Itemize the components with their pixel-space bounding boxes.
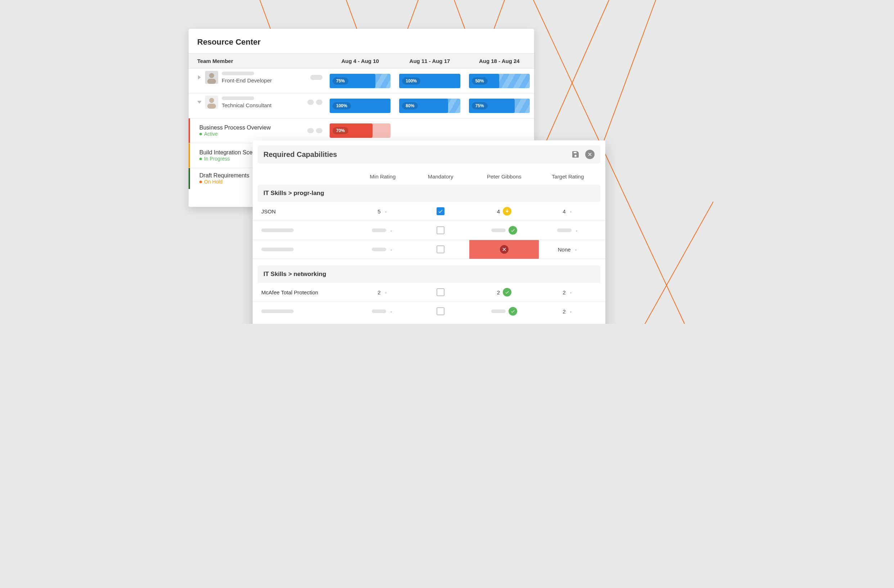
save-icon[interactable] [571, 150, 580, 159]
task-status: Active [199, 131, 307, 137]
pill-placeholder [307, 128, 314, 133]
min-rating-select[interactable]: 5 [378, 208, 388, 214]
target-rating-select[interactable] [557, 228, 579, 232]
skill-name: McAfee Total Protection [261, 283, 354, 302]
resource-header-row: Team Member Aug 4 - Aug 10 Aug 11 - Aug … [189, 53, 534, 69]
capability-row: JSON 5 4 4 [253, 202, 606, 221]
collapse-icon[interactable] [197, 101, 202, 104]
task-color-bar [189, 168, 190, 189]
svg-point-13 [209, 98, 214, 103]
chevron-down-icon [389, 309, 393, 314]
utilization-bar[interactable]: 50% [469, 74, 530, 88]
chevron-down-icon [574, 247, 578, 252]
target-rating-select[interactable]: None [558, 246, 578, 253]
task-color-bar [189, 143, 190, 168]
chevron-down-icon [384, 209, 388, 213]
target-rating-select[interactable]: 2 [563, 308, 572, 315]
chevron-down-icon [574, 228, 579, 232]
name-placeholder [222, 72, 254, 75]
target-rating-select[interactable]: 4 [563, 208, 572, 214]
col-week-3: Aug 18 - Aug 24 [465, 54, 534, 68]
task-color-bar [189, 118, 190, 143]
utilization-value: 100% [332, 102, 351, 109]
skill-placeholder [261, 309, 294, 313]
utilization-bar[interactable]: 80% [399, 99, 460, 113]
min-rating-select[interactable] [372, 309, 393, 314]
utilization-value: 100% [402, 77, 420, 84]
svg-rect-14 [207, 104, 216, 109]
chevron-down-icon [569, 209, 573, 213]
capabilities-columns: Min Rating Mandatory Peter Gibbons Targe… [253, 169, 606, 185]
capability-row: McAfee Total Protection 2 2 2 [253, 283, 606, 302]
svg-rect-11 [207, 79, 216, 84]
chevron-down-icon [569, 309, 573, 314]
person-value: 2 [497, 289, 500, 296]
utilization-bar[interactable]: 75% [469, 99, 530, 113]
capabilities-title: Required Capabilities [263, 151, 337, 159]
x-icon [500, 245, 509, 254]
col-team-member: Team Member [189, 54, 325, 68]
pill-placeholder [307, 100, 314, 105]
col-target-rating: Target Rating [539, 173, 597, 179]
person-value: 4 [497, 208, 500, 214]
utilization-value: 80% [402, 102, 418, 109]
col-week-2: Aug 11 - Aug 17 [395, 54, 464, 68]
utilization-value: 75% [332, 77, 348, 84]
capability-row: 2 [253, 302, 606, 321]
min-rating-select[interactable] [372, 228, 393, 232]
pill-placeholder [316, 100, 322, 105]
task-bar[interactable]: 70% [330, 124, 391, 138]
skill-name: JSON [261, 202, 354, 220]
col-mandatory: Mandatory [412, 173, 470, 179]
utilization-value: 70% [332, 127, 348, 134]
check-icon [509, 307, 517, 316]
capability-row: None [253, 240, 606, 259]
capabilities-section: IT Skills > progr-lang [258, 185, 600, 202]
member-row: Technical Consultant 100% 80% 75% [189, 93, 534, 118]
utilization-value: 75% [472, 102, 488, 109]
task-name: Business Process Overview [199, 125, 307, 131]
expand-icon[interactable] [198, 75, 201, 80]
capabilities-section: IT Skills > networking [258, 265, 600, 283]
chevron-down-icon [389, 228, 393, 232]
utilization-value: 50% [472, 77, 488, 84]
utilization-bar[interactable]: 100% [330, 99, 391, 113]
task-row: Business Process Overview Active 70% [189, 118, 534, 143]
pill-placeholder [316, 128, 322, 133]
check-icon [509, 226, 517, 235]
min-rating-select[interactable]: 2 [378, 289, 388, 296]
avatar [205, 71, 218, 84]
chevron-down-icon [389, 247, 393, 252]
mandatory-checkbox[interactable] [436, 246, 444, 253]
close-icon[interactable] [585, 150, 595, 159]
utilization-bar[interactable]: 75% [330, 74, 391, 88]
skill-placeholder [261, 247, 294, 251]
mandatory-checkbox[interactable] [436, 226, 444, 234]
member-role: Front-End Developer [222, 77, 272, 83]
name-placeholder [222, 96, 254, 100]
mandatory-checkbox[interactable] [436, 207, 444, 215]
target-rating-select[interactable]: 2 [563, 289, 572, 296]
capabilities-header: Required Capabilities [258, 145, 600, 163]
capabilities-card: Required Capabilities Min Rating Mandato… [253, 140, 606, 324]
value-placeholder [491, 309, 506, 313]
utilization-bar[interactable]: 100% [399, 74, 460, 88]
col-min-rating: Min Rating [354, 173, 412, 179]
member-role: Technical Consultant [222, 102, 271, 108]
member-row: Front-End Developer 75% 100% 50% [189, 69, 534, 93]
min-rating-select[interactable] [372, 247, 393, 252]
chevron-down-icon [384, 290, 388, 294]
avatar [205, 96, 218, 109]
capability-row [253, 221, 606, 240]
check-icon [503, 288, 512, 297]
mandatory-checkbox[interactable] [436, 307, 444, 315]
col-person: Peter Gibbons [469, 173, 539, 179]
value-placeholder [491, 229, 506, 232]
resource-center-title: Resource Center [189, 38, 534, 53]
pill-placeholder [310, 75, 322, 80]
svg-point-10 [209, 73, 214, 78]
chevron-down-icon [569, 290, 573, 294]
mandatory-checkbox[interactable] [436, 288, 444, 296]
skill-placeholder [261, 229, 294, 232]
col-week-1: Aug 4 - Aug 10 [325, 54, 395, 68]
